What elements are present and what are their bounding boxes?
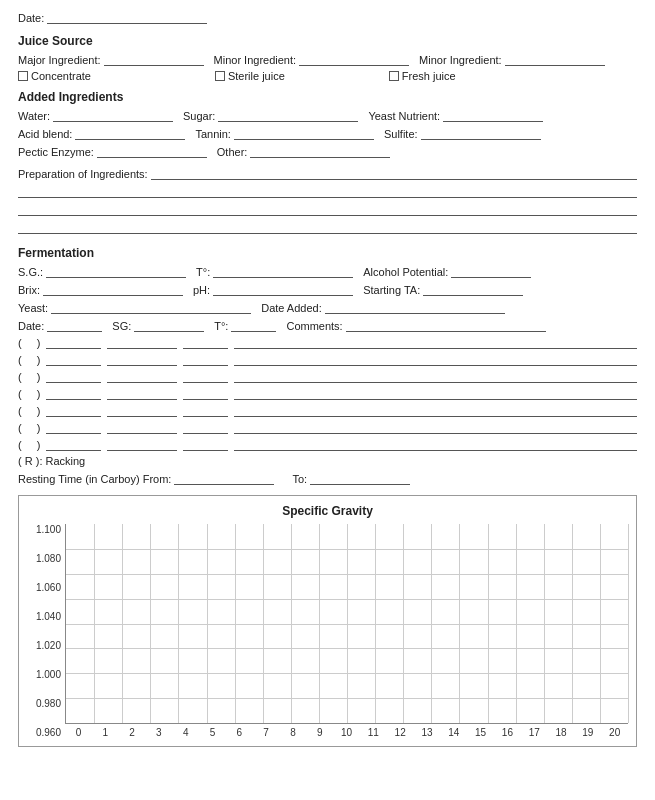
ph-field[interactable] — [213, 282, 353, 296]
date-field[interactable] — [47, 10, 207, 24]
water-field[interactable] — [53, 108, 173, 122]
grid-vline — [403, 524, 404, 723]
pectic-enzyme-field[interactable] — [97, 144, 207, 158]
row-check[interactable] — [25, 337, 37, 349]
grid-vline — [150, 524, 151, 723]
row-date[interactable] — [46, 386, 101, 400]
row-temp[interactable] — [183, 369, 228, 383]
grid-vline — [263, 524, 264, 723]
table-row[interactable]: ( ) — [18, 369, 637, 383]
acid-blend-field[interactable] — [75, 126, 185, 140]
resting-from-field[interactable] — [174, 471, 274, 485]
table-row[interactable]: ( ) — [18, 335, 637, 349]
row-comments[interactable] — [234, 352, 637, 366]
row-temp[interactable] — [183, 437, 228, 451]
row-date[interactable] — [46, 437, 101, 451]
row-sg[interactable] — [107, 369, 177, 383]
sugar-field[interactable] — [218, 108, 358, 122]
date-added-field[interactable] — [325, 300, 505, 314]
minor-ingredient-1-label: Minor Ingredient: — [214, 54, 297, 66]
row-date[interactable] — [46, 420, 101, 434]
concentrate-checkbox[interactable] — [18, 71, 28, 81]
row-date[interactable] — [46, 335, 101, 349]
row-temp[interactable] — [183, 386, 228, 400]
yeast-nutrient-field[interactable] — [443, 108, 543, 122]
row-check[interactable] — [25, 371, 37, 383]
minor-ingredient-1-field[interactable] — [299, 52, 409, 66]
fresh-juice-checkbox-label[interactable]: Fresh juice — [389, 70, 456, 82]
sg-col-field[interactable] — [134, 318, 204, 332]
yeast-field[interactable] — [51, 300, 251, 314]
temp-field[interactable] — [213, 264, 353, 278]
row-paren-open: ( — [18, 337, 22, 349]
temp-col-field[interactable] — [231, 318, 276, 332]
row-check[interactable] — [25, 405, 37, 417]
fermentation-title: Fermentation — [18, 246, 637, 260]
added-ingredients-title: Added Ingredients — [18, 90, 637, 104]
resting-to-field[interactable] — [310, 471, 410, 485]
juice-source-title: Juice Source — [18, 34, 637, 48]
table-row[interactable]: ( ) — [18, 386, 637, 400]
other-field[interactable] — [250, 144, 390, 158]
row-temp[interactable] — [183, 403, 228, 417]
comments-col-field[interactable] — [346, 318, 546, 332]
date-col-field[interactable] — [47, 318, 102, 332]
row-sg[interactable] — [107, 403, 177, 417]
table-row[interactable]: ( ) — [18, 352, 637, 366]
fresh-juice-label: Fresh juice — [402, 70, 456, 82]
row-paren-open: ( — [18, 405, 22, 417]
row-comments[interactable] — [234, 403, 637, 417]
grid-vline — [600, 524, 601, 723]
row-paren-close: ) — [37, 354, 41, 366]
other-label: Other: — [217, 146, 248, 158]
starting-ta-field[interactable] — [423, 282, 523, 296]
row-sg[interactable] — [107, 335, 177, 349]
row-temp[interactable] — [183, 420, 228, 434]
date-added-label: Date Added: — [261, 302, 322, 314]
brix-field[interactable] — [43, 282, 183, 296]
sg-field[interactable] — [46, 264, 186, 278]
row-comments[interactable] — [234, 420, 637, 434]
row-date[interactable] — [46, 352, 101, 366]
row-check[interactable] — [25, 439, 37, 451]
table-row[interactable]: ( ) — [18, 437, 637, 451]
row-comments[interactable] — [234, 335, 637, 349]
ph-label: pH: — [193, 284, 210, 296]
row-comments[interactable] — [234, 386, 637, 400]
row-check[interactable] — [25, 354, 37, 366]
x-axis-label: 3 — [145, 727, 172, 738]
preparation-field-1[interactable] — [151, 166, 637, 180]
preparation-field-4[interactable] — [18, 220, 637, 234]
sterile-juice-checkbox[interactable] — [215, 71, 225, 81]
sterile-juice-checkbox-label[interactable]: Sterile juice — [215, 70, 285, 82]
fresh-juice-checkbox[interactable] — [389, 71, 399, 81]
acid-blend-label: Acid blend: — [18, 128, 72, 140]
row-check[interactable] — [25, 388, 37, 400]
row-sg[interactable] — [107, 437, 177, 451]
y-axis-label: 0.980 — [36, 698, 61, 709]
preparation-field-2[interactable] — [18, 184, 637, 198]
sulfite-field[interactable] — [421, 126, 541, 140]
y-axis-label: 1.040 — [36, 611, 61, 622]
row-date[interactable] — [46, 369, 101, 383]
row-temp[interactable] — [183, 335, 228, 349]
preparation-field-3[interactable] — [18, 202, 637, 216]
minor-ingredient-2-field[interactable] — [505, 52, 605, 66]
concentrate-checkbox-label[interactable]: Concentrate — [18, 70, 91, 82]
grid-vline — [319, 524, 320, 723]
row-comments[interactable] — [234, 437, 637, 451]
major-ingredient-field[interactable] — [104, 52, 204, 66]
y-axis-label: 0.960 — [36, 727, 61, 738]
row-sg[interactable] — [107, 352, 177, 366]
row-date[interactable] — [46, 403, 101, 417]
alcohol-potential-field[interactable] — [451, 264, 531, 278]
row-comments[interactable] — [234, 369, 637, 383]
row-sg[interactable] — [107, 420, 177, 434]
table-row[interactable]: ( ) — [18, 420, 637, 434]
tannin-field[interactable] — [234, 126, 374, 140]
row-temp[interactable] — [183, 352, 228, 366]
row-sg[interactable] — [107, 386, 177, 400]
y-axis-label: 1.080 — [36, 553, 61, 564]
table-row[interactable]: ( ) — [18, 403, 637, 417]
row-check[interactable] — [25, 422, 37, 434]
